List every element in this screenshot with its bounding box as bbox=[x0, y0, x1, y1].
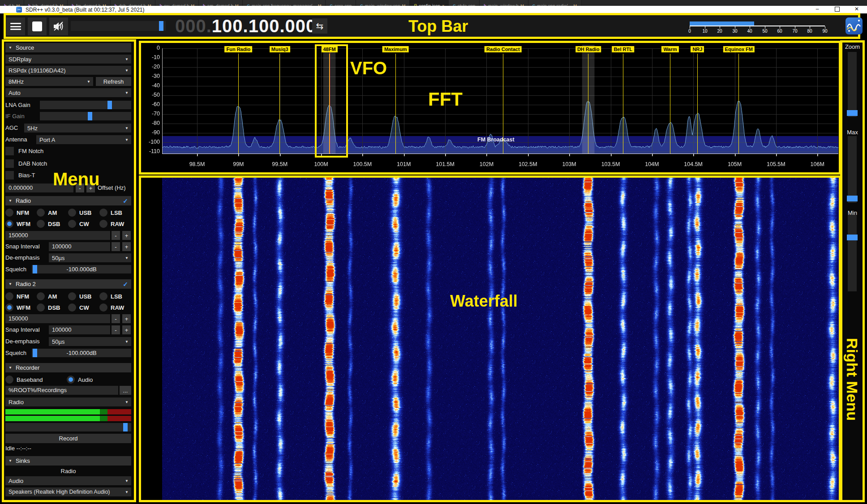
zoom-slider[interactable] bbox=[848, 52, 857, 117]
if-gain-slider[interactable] bbox=[40, 112, 131, 120]
mode-am[interactable]: AM bbox=[37, 291, 57, 301]
mode-dsb[interactable]: DSB bbox=[37, 303, 60, 312]
snap-plus-button[interactable]: + bbox=[122, 242, 131, 251]
squelch-slider[interactable]: -100.000dB bbox=[32, 265, 131, 273]
min-slider-handle[interactable] bbox=[847, 235, 858, 240]
dab-notch-checkbox[interactable] bbox=[5, 159, 14, 168]
frequency-digits[interactable]: 100.100.000 bbox=[212, 16, 316, 36]
enabled-check-icon[interactable]: ✓ bbox=[123, 197, 128, 205]
record-button[interactable]: Record bbox=[5, 434, 131, 443]
stop-button[interactable] bbox=[28, 17, 47, 35]
refresh-button[interactable]: Refresh bbox=[96, 77, 131, 86]
recorder-mode-baseband[interactable]: Baseband bbox=[5, 375, 43, 384]
editor-tab[interactable]: hmain_window.hM bbox=[480, 0, 528, 6]
editor-tab[interactable]: Cmain.cpp frequency_manager(...M bbox=[243, 0, 326, 6]
station-label[interactable]: DH Radio bbox=[575, 46, 601, 52]
source-driver-select[interactable]: SDRplay ▼ bbox=[5, 55, 131, 64]
bandwidth-input[interactable]: 150000 bbox=[5, 231, 110, 240]
editor-tab[interactable]: Cmain_window.cppM bbox=[356, 0, 410, 6]
editor-tab[interactable]: hcw_demod.hM bbox=[155, 0, 199, 6]
max-slider[interactable] bbox=[848, 136, 857, 203]
mode-usb[interactable]: USB bbox=[68, 208, 91, 218]
editor-tab[interactable]: hfm_demod.hM bbox=[68, 0, 111, 6]
lna-gain-handle[interactable] bbox=[107, 101, 112, 109]
station-label[interactable]: NRJ bbox=[691, 46, 704, 52]
mode-lsb[interactable]: LSB bbox=[99, 291, 122, 301]
fft-gain-slider[interactable] bbox=[71, 21, 166, 31]
mode-dsb[interactable]: DSB bbox=[37, 219, 60, 229]
browse-button[interactable]: ... bbox=[120, 386, 131, 395]
mode-nfm[interactable]: NFM bbox=[5, 291, 29, 301]
zoom-slider-handle[interactable] bbox=[847, 110, 858, 116]
bandwidth-minus-button[interactable]: - bbox=[112, 314, 120, 323]
min-slider[interactable] bbox=[848, 215, 857, 291]
station-label[interactable]: Warm bbox=[661, 46, 678, 52]
recorder-section-header[interactable]: ▼ Recorder bbox=[5, 363, 131, 372]
editor-tab[interactable]: Cmain.cpp radio(...M bbox=[528, 0, 581, 6]
editor-tab[interactable]: Cstyle.cpp bbox=[449, 0, 480, 6]
frequency-dim-digits[interactable]: 000. bbox=[175, 16, 212, 36]
editor-tab[interactable]: hlsb_demod.hM bbox=[24, 0, 68, 6]
mode-am[interactable]: AM bbox=[37, 208, 57, 218]
source-device-select[interactable]: RSPdx (191106DA42) ▼ bbox=[5, 66, 131, 75]
mode-raw[interactable]: RAW bbox=[99, 219, 124, 229]
fm-notch-checkbox[interactable] bbox=[5, 147, 14, 155]
sink-device-select[interactable]: Speakers (Realtek High Definition Audio)… bbox=[5, 487, 131, 496]
recorder-volume-handle[interactable] bbox=[123, 423, 128, 431]
mode-lsb[interactable]: LSB bbox=[99, 208, 122, 218]
bandwidth-minus-button[interactable]: - bbox=[112, 231, 120, 240]
source-section-header[interactable]: ▼ Source bbox=[5, 43, 131, 52]
if-gain-handle[interactable] bbox=[88, 112, 92, 120]
snap-minus-button[interactable]: - bbox=[112, 325, 120, 334]
samplerate-select[interactable]: 8MHz ▼ bbox=[5, 77, 93, 86]
waterfall-display[interactable] bbox=[141, 178, 839, 500]
recorder-mode-audio[interactable]: Audio bbox=[67, 375, 93, 384]
bias-t-checkbox[interactable] bbox=[5, 171, 14, 179]
editor-tab[interactable]: ham_demod.hM bbox=[199, 0, 243, 6]
editor-tab[interactable]: Ccore.cpp bbox=[326, 0, 356, 6]
radio-section-header[interactable]: ▼ Radio ✓ bbox=[5, 196, 131, 205]
editor-tab[interactable]: hd.hM bbox=[0, 0, 24, 6]
volume-slider[interactable]: 0102030405060708090 bbox=[690, 21, 825, 36]
recording-path-input[interactable]: %ROOT%/Recordings bbox=[5, 386, 118, 395]
if-mode-select[interactable]: Auto ▼ bbox=[5, 88, 131, 97]
vfo-swap-button[interactable]: ⇆ bbox=[312, 18, 327, 34]
enabled-check-icon[interactable]: ✓ bbox=[123, 281, 128, 288]
recorder-volume-slider[interactable] bbox=[5, 423, 131, 431]
station-label[interactable]: Fun Radio bbox=[224, 46, 252, 52]
mode-wfm[interactable]: WFM bbox=[5, 219, 30, 229]
station-label[interactable]: Equinox FM bbox=[723, 46, 755, 52]
mode-raw[interactable]: RAW bbox=[99, 303, 124, 312]
snap-plus-button[interactable]: + bbox=[122, 325, 131, 334]
bandwidth-plus-button[interactable]: + bbox=[122, 314, 131, 323]
bandwidth-input[interactable]: 150000 bbox=[5, 314, 110, 323]
mode-wfm[interactable]: WFM bbox=[5, 303, 30, 312]
frequency-display[interactable]: 000.100.100.000 bbox=[175, 15, 316, 37]
menu-toggle-button[interactable] bbox=[6, 17, 25, 35]
sinks-section-header[interactable]: ▼ Sinks bbox=[5, 456, 131, 466]
snap-minus-button[interactable]: - bbox=[112, 242, 120, 251]
squelch-slider[interactable]: -100.000dB bbox=[32, 349, 131, 357]
mode-nfm[interactable]: NFM bbox=[5, 208, 29, 218]
editor-tab[interactable]: {}config.json× bbox=[410, 0, 449, 6]
mode-cw[interactable]: CW bbox=[68, 303, 89, 312]
recorder-stream-select[interactable]: Radio ▼ bbox=[5, 397, 131, 406]
station-label[interactable]: Maximum bbox=[382, 46, 409, 52]
station-label[interactable]: Musiq3 bbox=[270, 46, 290, 52]
lna-gain-slider[interactable] bbox=[40, 101, 131, 109]
mute-button[interactable] bbox=[49, 17, 68, 35]
mode-cw[interactable]: CW bbox=[68, 219, 89, 229]
radio2-section-header[interactable]: ▼ Radio 2 ✓ bbox=[5, 279, 131, 289]
antenna-select[interactable]: Port A ▼ bbox=[36, 135, 131, 144]
agc-select[interactable]: 5Hz ▼ bbox=[24, 124, 131, 132]
deemphasis-select[interactable]: 50µs ▼ bbox=[49, 253, 131, 262]
snap-interval-input[interactable]: 100000 bbox=[49, 325, 110, 334]
snap-interval-input[interactable]: 100000 bbox=[49, 242, 110, 251]
fft-gain-slider-handle[interactable] bbox=[159, 21, 163, 31]
mode-usb[interactable]: USB bbox=[68, 291, 91, 301]
deemphasis-select[interactable]: 50µs ▼ bbox=[49, 337, 131, 346]
editor-tab[interactable]: hdsb_demod.hM bbox=[111, 0, 156, 6]
station-label[interactable]: Bel RTL bbox=[612, 46, 634, 52]
station-label[interactable]: Radio Contact bbox=[485, 46, 522, 52]
sink-type-select[interactable]: Audio ▼ bbox=[5, 476, 131, 485]
